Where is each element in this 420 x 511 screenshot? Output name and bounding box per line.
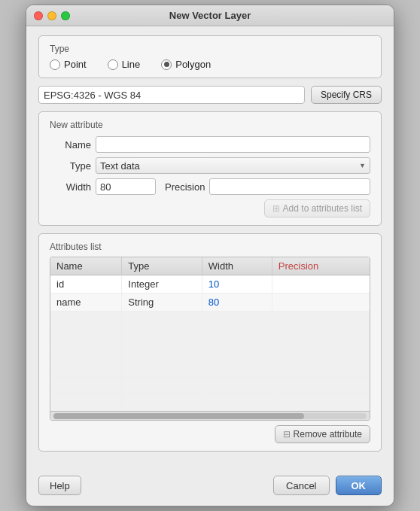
type-select[interactable]: Text data Whole number Decimal number Da… [96,157,370,174]
cell-name: id [50,275,122,294]
new-attribute-label: New attribute [50,120,370,130]
add-icon: ⊞ [272,203,280,214]
cancel-button[interactable]: Cancel [273,476,329,495]
radio-line-outer [108,59,118,70]
type-label: Type [50,160,91,172]
precision-label: Precision [165,181,205,193]
radio-polygon-label: Polygon [175,59,211,70]
col-header-type: Type [122,257,202,275]
radio-line-label: Line [122,59,141,70]
remove-icon: ⊟ [283,429,291,440]
close-button[interactable] [34,11,43,20]
name-input[interactable] [96,136,370,153]
add-to-attributes-button[interactable]: ⊞ Add to attributes list [264,199,370,217]
table-header-row: Name Type Width Precision [50,257,370,275]
titlebar: New Vector Layer [26,5,394,26]
table-row-empty [50,312,370,328]
cell-width: 10 [202,275,272,294]
footer: Help Cancel OK [26,468,394,506]
width-input[interactable] [96,178,156,195]
radio-polygon-selected [164,62,169,67]
name-label: Name [50,139,91,151]
cell-precision [272,294,370,312]
type-row-attr: Type Text data Whole number Decimal numb… [50,157,370,174]
dialog-window: New Vector Layer Type Point Line Poly [26,5,394,506]
scrollbar-thumb [53,413,304,419]
table-row[interactable]: id Integer 10 [50,275,370,294]
type-section: Type Point Line Polygon [38,35,382,78]
attributes-section: Attributes list Name Type Width Precisio… [38,233,382,452]
remove-attribute-button[interactable]: ⊟ Remove attribute [275,425,370,443]
cell-type: Integer [122,275,202,294]
type-section-label: Type [50,44,370,54]
col-header-name: Name [50,257,122,275]
maximize-button[interactable] [61,11,70,20]
crs-field[interactable] [38,86,305,104]
help-button[interactable]: Help [38,476,81,495]
add-btn-row: ⊞ Add to attributes list [50,199,370,217]
attributes-table: Name Type Width Precision id Integer 10 [50,257,370,411]
new-attribute-section: New attribute Name Type Text data Whole … [38,111,382,226]
remove-btn-row: ⊟ Remove attribute [50,425,370,443]
radio-point-label: Point [64,59,87,70]
precision-input[interactable] [209,178,370,195]
content-area: Type Point Line Polygon [26,26,394,468]
table-row[interactable]: name String 80 [50,294,370,312]
col-header-width: Width [202,257,272,275]
cell-precision [272,275,370,294]
radio-polygon-outer [161,59,172,70]
horizontal-scrollbar[interactable] [50,411,370,420]
width-label: Width [50,181,91,193]
table-row-empty [50,328,370,345]
cell-width: 80 [202,294,272,312]
table-row-empty [50,378,370,394]
radio-line[interactable]: Line [108,59,141,70]
radio-point-outer [50,59,60,70]
footer-right: Cancel OK [273,476,382,495]
attributes-table-wrapper: Name Type Width Precision id Integer 10 [50,257,370,421]
width-precision-row: Width Precision [50,178,370,195]
specify-crs-button[interactable]: Specify CRS [311,86,382,104]
crs-row: Specify CRS [38,86,382,104]
table-row-empty [50,394,370,411]
radio-point[interactable]: Point [50,59,87,70]
cell-name: name [50,294,122,312]
ok-button[interactable]: OK [336,476,382,495]
table-row-empty [50,345,370,361]
attributes-list-label: Attributes list [50,242,370,252]
minimize-button[interactable] [47,11,56,20]
scrollbar-track [53,413,367,419]
remove-button-label: Remove attribute [294,429,362,440]
radio-polygon[interactable]: Polygon [161,59,211,70]
name-row: Name [50,136,370,153]
add-button-label: Add to attributes list [283,203,362,214]
type-select-wrapper: Text data Whole number Decimal number Da… [96,157,370,174]
type-row: Point Line Polygon [50,59,370,70]
window-title: New Vector Layer [169,10,251,21]
table-row-empty [50,361,370,378]
cell-type: String [122,294,202,312]
window-controls [34,11,70,20]
col-header-precision: Precision [272,257,370,275]
